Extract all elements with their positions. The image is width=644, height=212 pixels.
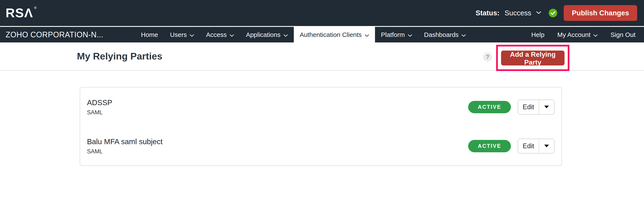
nav-item-label: My Account bbox=[557, 31, 590, 38]
status-badge: ACTIVE bbox=[468, 101, 511, 113]
edit-split-button: Edit bbox=[518, 139, 554, 154]
nav-item-access[interactable]: Access bbox=[200, 27, 240, 42]
status-label: Status: bbox=[476, 9, 500, 17]
table-row: Balu MFA saml subject SAML ACTIVE Edit bbox=[80, 126, 562, 166]
rsa-logo-text: RSΛ bbox=[6, 6, 33, 20]
nav-item-label: Dashboards bbox=[424, 31, 459, 38]
relying-party-protocol: SAML bbox=[87, 148, 162, 155]
help-icon[interactable]: ? bbox=[483, 52, 492, 61]
page-title: My Relying Parties bbox=[77, 51, 162, 62]
relying-parties-card: ADSSP SAML ACTIVE Edit Balu MFA saml sub… bbox=[80, 87, 562, 166]
chevron-down-icon bbox=[365, 31, 369, 38]
table-row: ADSSP SAML ACTIVE Edit bbox=[80, 88, 562, 126]
nav-item-dashboards[interactable]: Dashboards bbox=[418, 27, 472, 42]
edit-button[interactable]: Edit bbox=[518, 139, 539, 153]
relying-party-name: ADSSP bbox=[87, 98, 112, 107]
relying-party-info: Balu MFA saml subject SAML bbox=[87, 137, 162, 155]
nav-item-label: Applications bbox=[246, 31, 280, 38]
status-success-check-icon bbox=[549, 9, 557, 17]
nav-item-applications[interactable]: Applications bbox=[240, 27, 294, 42]
nav-item-help[interactable]: Help bbox=[525, 27, 551, 42]
relying-party-protocol: SAML bbox=[87, 109, 112, 116]
chevron-down-icon bbox=[284, 31, 288, 38]
rsa-logo[interactable]: RSΛ ® bbox=[6, 7, 37, 19]
edit-button[interactable]: Edit bbox=[518, 100, 539, 114]
annotation-highlight-box: Add a Relying Party bbox=[496, 45, 570, 71]
relying-party-info: ADSSP SAML bbox=[87, 98, 112, 116]
chevron-down-icon bbox=[462, 31, 466, 38]
nav-item-my-account[interactable]: My Account bbox=[551, 27, 604, 42]
nav-item-label: Platform bbox=[381, 31, 405, 38]
row-actions: ACTIVE Edit bbox=[468, 100, 554, 114]
nav-item-label: Users bbox=[170, 31, 187, 38]
nav-item-label: Authentication Clients bbox=[300, 31, 362, 38]
nav-item-home[interactable]: Home bbox=[135, 27, 164, 42]
top-bar: RSΛ ® Status: Success Publish Changes bbox=[0, 0, 644, 26]
chevron-down-icon bbox=[408, 31, 412, 38]
publish-changes-button[interactable]: Publish Changes bbox=[564, 5, 637, 21]
nav-item-label: Sign Out bbox=[610, 31, 636, 38]
row-actions: ACTIVE Edit bbox=[468, 139, 554, 154]
nav-item-label: Help bbox=[531, 31, 544, 38]
page-header: My Relying Parties ? Add a Relying Party bbox=[0, 42, 644, 71]
nav-item-sign-out[interactable]: Sign Out bbox=[604, 27, 642, 42]
caret-down-icon bbox=[544, 145, 549, 147]
nav-item-users[interactable]: Users bbox=[164, 27, 200, 42]
status-badge: ACTIVE bbox=[468, 140, 511, 152]
edit-split-button: Edit bbox=[518, 100, 554, 114]
edit-dropdown-toggle[interactable] bbox=[539, 100, 554, 114]
company-name: ZOHO CORPORATION-N... bbox=[6, 30, 104, 39]
status-dropdown[interactable]: Status: Success bbox=[476, 9, 541, 17]
nav-right: Help My Account Sign Out bbox=[525, 27, 644, 42]
add-relying-party-button[interactable]: Add a Relying Party bbox=[501, 51, 564, 66]
chevron-down-icon bbox=[190, 31, 194, 38]
chevron-down-icon bbox=[593, 31, 598, 38]
edit-dropdown-toggle[interactable] bbox=[539, 139, 554, 153]
registered-mark: ® bbox=[34, 6, 37, 9]
nav-item-label: Access bbox=[206, 31, 227, 38]
chevron-down-icon bbox=[536, 11, 541, 15]
topbar-right: Status: Success Publish Changes bbox=[476, 5, 637, 21]
relying-party-name: Balu MFA saml subject bbox=[87, 137, 162, 146]
nav-center: Home Users Access Applications Authentic… bbox=[135, 27, 472, 42]
chevron-down-icon bbox=[230, 31, 234, 38]
nav-item-authentication-clients[interactable]: Authentication Clients bbox=[294, 27, 375, 42]
status-value: Success bbox=[505, 9, 532, 17]
caret-down-icon bbox=[544, 106, 549, 108]
nav-item-label: Home bbox=[141, 31, 158, 38]
main-nav-bar: ZOHO CORPORATION-N... Home Users Access … bbox=[0, 27, 644, 42]
nav-item-platform[interactable]: Platform bbox=[375, 27, 418, 42]
